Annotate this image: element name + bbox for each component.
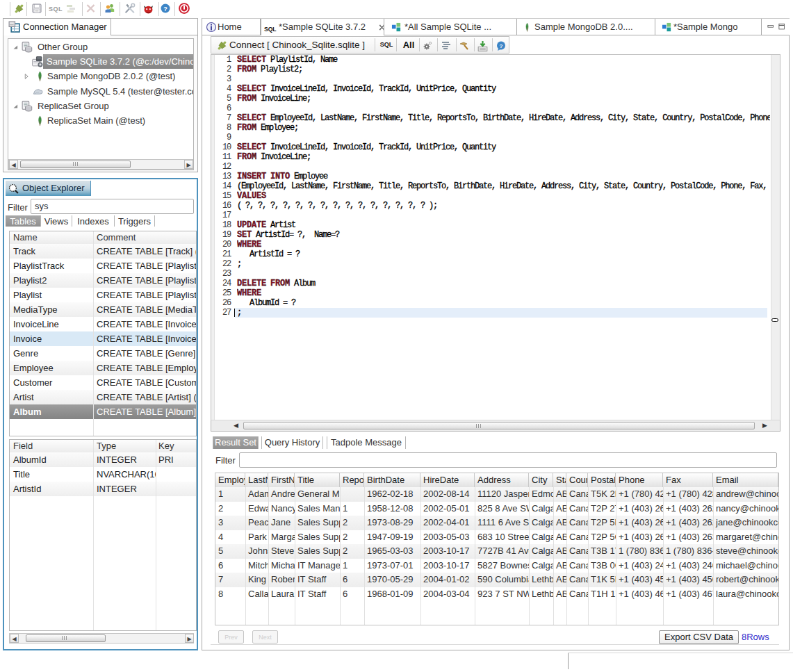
svg-text:?: ? [163,6,167,13]
svg-text:?: ? [500,43,503,49]
